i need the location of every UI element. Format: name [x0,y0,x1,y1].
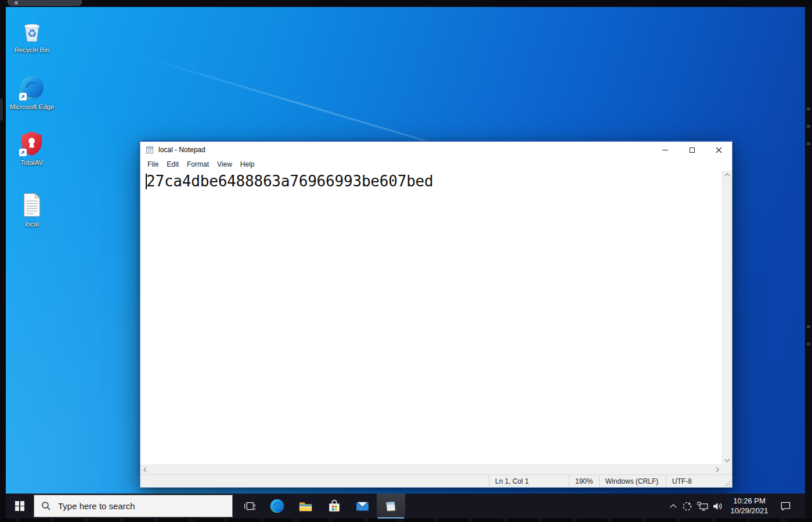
artifact [807,343,810,345]
left-edge-notch [0,99,3,121]
desktop-icon-label: Recycle Bin [15,46,50,54]
artifact [807,107,810,110]
system-tray: 10:26 PM 10/29/2021 [667,494,805,519]
file-explorer-button[interactable] [291,494,320,519]
taskbar-apps [234,494,405,519]
desktop-icon-label: TotalAV [21,159,44,167]
left-edge-strip [0,7,6,519]
desktop-icon-label: local [25,220,39,228]
svg-text:♻: ♻ [27,27,37,39]
scroll-up-icon[interactable] [724,173,730,177]
taskbar-search-box[interactable] [34,495,233,517]
notepad-icon [383,498,399,514]
search-icon [41,501,51,511]
browser-chrome-strip [0,0,812,7]
scroll-left-icon[interactable] [143,467,147,473]
network-button[interactable] [695,494,710,519]
notepad-window: local - Notepad File Edit Format View He… [140,141,732,488]
shortcut-overlay-icon [19,149,27,156]
notepad-statusbar: Ln 1, Col 1 190% Windows (CRLF) UTF-8 [140,474,732,487]
tab-favicon-dot [15,1,18,5]
notepad-text-area[interactable]: 27ca4dbe6488863a76966993be607bed [140,171,722,465]
edge-taskbar-button[interactable] [263,494,291,519]
menu-edit[interactable]: Edit [163,159,183,170]
desktop-icon-label: Microsoft Edge [10,103,55,111]
menu-view[interactable]: View [213,159,236,170]
status-cursor-position: Ln 1, Col 1 [489,475,569,487]
shortcut-overlay-icon [19,93,27,100]
menu-format[interactable]: Format [183,159,213,170]
store-icon [327,499,342,514]
taskbar-clock[interactable]: 10:26 PM 10/29/2021 [726,496,773,516]
desktop-icon-microsoft-edge[interactable]: Microsoft Edge [9,74,55,111]
status-encoding: UTF-8 [666,475,723,487]
statusbar-spacer [140,475,489,487]
document-text: 27ca4dbe6488863a76966993be607bed [146,172,434,190]
recycle-bin-icon: ♻ [19,17,45,44]
action-center-button[interactable] [773,494,798,519]
notepad-icon [145,145,154,154]
file-explorer-icon [298,498,313,514]
desktop-icon-totalav[interactable]: TotalAV [9,130,55,167]
artifact [807,142,810,145]
horizontal-scrollbar[interactable] [140,465,722,474]
volume-button[interactable] [710,494,726,519]
status-zoom-level: 190% [569,475,599,487]
taskbar: 10:26 PM 10/29/2021 [6,494,805,519]
vertical-scrollbar[interactable] [722,171,732,465]
menu-file[interactable]: File [143,159,163,170]
minimize-icon [662,150,668,150]
hidden-icons-button[interactable] [667,494,680,519]
scroll-right-icon[interactable] [716,467,719,473]
right-edge-strip [805,7,812,519]
status-line-endings: Windows (CRLF) [599,475,666,487]
desktop-icon-local-file[interactable]: local [9,192,55,228]
tray-status-icon [682,501,692,512]
task-view-icon [243,500,255,513]
desktop-icon-recycle-bin[interactable]: ♻ Recycle Bin [9,17,55,54]
clock-date: 10/29/2021 [727,506,771,516]
menu-help[interactable]: Help [236,159,259,170]
notepad-menubar: File Edit Format View Help [140,158,732,171]
tray-status-button[interactable] [680,494,695,519]
browser-tab-remnant [8,0,82,6]
notepad-taskbar-button[interactable] [377,494,405,519]
microsoft-store-button[interactable] [320,494,348,519]
notepad-titlebar[interactable]: local - Notepad [140,142,732,158]
bottom-artifact-strip [0,519,812,522]
mail-icon [355,498,370,514]
window-title: local - Notepad [158,146,205,154]
minimize-button[interactable] [652,142,679,158]
edge-icon [269,498,285,514]
mail-button[interactable] [348,494,377,519]
search-input[interactable] [57,501,202,512]
screen: ♻ Recycle Bin [0,0,812,522]
clock-time: 10:26 PM [727,496,771,506]
volume-icon [713,502,723,511]
text-document-icon [19,192,45,218]
task-view-button[interactable] [234,494,263,519]
start-button[interactable] [6,494,34,519]
artifact [807,125,810,128]
start-icon [15,501,25,511]
close-button[interactable] [705,142,732,158]
maximize-button[interactable] [679,142,705,158]
network-icon [697,502,708,511]
hidden-icons-icon [669,503,677,509]
scrollbar-corner [722,465,732,474]
action-center-icon [780,501,791,512]
close-icon [716,147,722,153]
scroll-down-icon[interactable] [724,459,730,462]
resize-grip-icon[interactable] [723,475,732,487]
maximize-icon [690,147,695,153]
artifact [807,325,810,328]
